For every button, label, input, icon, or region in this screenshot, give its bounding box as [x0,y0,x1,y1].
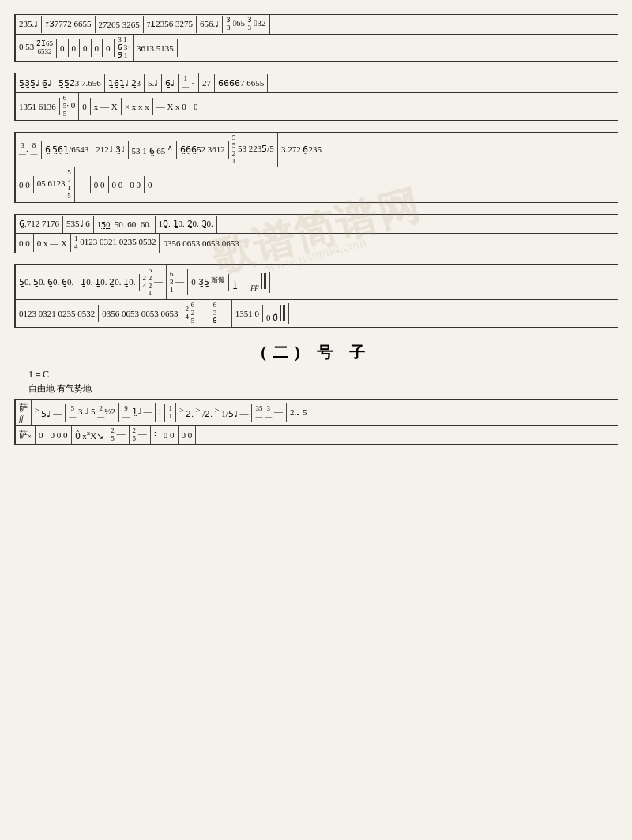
bar-l-1-4: 0 [80,39,92,57]
section-6-lower: 萨ₓ 0 0 0 0 0̂ xxX↘ 25 — 25 — [16,425,618,445]
bar-l-6-7: 0 0 [160,426,179,444]
bar-l-1-1: 0 53 2̈1̈656532 [16,39,57,58]
bar-l-5-1: 0123 0321 0235 0532 [16,305,99,322]
bar-6-6: > 2̇. > /2̇. > 1/5̱♩ — [176,404,253,422]
bar-2-8: 6̈6̈6̈6̈7 6655 [215,74,268,92]
bar-l-3-6: 0 0 [126,176,145,193]
bar-l-3-4: 0 0 [91,176,109,193]
bar-6-3: 9— 1̤♩ — [119,403,156,422]
bar-1-3: 27265 3265 [96,16,144,33]
bar-2-7: 27 [199,74,215,92]
bar-6-4: ∶ [156,404,165,422]
section-3-lower: 0 0 05 6123 5215 — 0 0 0 0 0 0 [16,167,618,203]
bar-1-1: 235.♩ [16,16,42,33]
section-2: 5̱3̱5̱♩ 6̱♩ 5̱5̱2̄3 7.656 1̱6̱1̱♩ 2̱3 5.… [14,73,618,120]
bar-l-3-7: 0 [145,176,156,193]
bar-l-3-5: 0 0 [109,176,127,193]
bar-2-3: 1̱6̱1̱♩ 2̱3 [105,74,145,92]
bar-l-6-8: 0 0 [179,426,197,444]
bar-l-3-3: — [75,176,91,193]
section-1-lower: 0 53 2̈1̈656532 0 0 0 0 0 [16,34,618,62]
bar-2-6: 1—.♩ [179,73,199,92]
section-1-upper: 235.♩ 73̱7772 6655 27265 3265 71̱2356 32… [16,14,618,34]
bar-3-1: 6̤.5̤6̤1̤/6543 [42,141,93,159]
bar-l-1-3: 0 [69,39,81,57]
bar-1-5: 656.♩ [197,16,223,33]
section-4-lower: 0 0 0 x — X 14 0123 0321 0235 0532 0356 … [16,233,618,253]
bar-5-1: 5̱0. 5̱0. 6̱0. 6̱0. [16,274,77,291]
section-3: 3—. 8— 6̤.5̤6̤1̤/6543 212♩ 3̤♩ 53 1 6̤ 6… [14,132,618,203]
bar-l-5-2: 0356 0653 0653 0653 [99,305,182,322]
bar-l-6-3: 0̂ xxX↘ [72,426,108,444]
bar-l-6-1: 0 [36,426,47,444]
page: 歌谱简谱网 www.jianpu4.com 235.♩ 73̱7772 6655… [0,0,632,464]
bar-l-5-4: 636̤ — [209,300,232,327]
bar-6-7: 35— 3— — [252,403,287,422]
bar-l-3-1: 0 0 [16,176,34,193]
section-6: 萨 ff > 5̱♩ — 5— 3.♩ 5 2—½2 9— [14,399,618,445]
bar-5-5: 0 3̱5̱ 渐慢 [188,274,229,291]
section-5-lower: 0123 0321 0235 0532 0356 0653 0653 0653 … [16,299,618,328]
bar-l-2-7: 0 [190,98,202,115]
bar-l-6-5: 25 — [130,426,151,444]
bar-1-6: 3̄3 ͯ65 3̄3 ͯ32 [223,15,269,34]
bar-l-4-3: 14 0123 0321 0235 0532 [71,234,160,253]
bar-l-2-1: 1351 6136 [16,98,60,115]
bar-l-1-8: 3613 5135 [134,39,178,57]
bar-l-6-6: ∶ [151,426,160,444]
bar-l-1-7: 3 1 6̈ 3 9̈ 1 · [115,35,134,62]
bar-6-8: 2.♩ 5 [287,404,311,422]
section-4: 6̤.712 7176 535♩ 6 15̱0. 50. 60. 60. 10̱… [14,214,618,253]
bar-l-2-3: 0 [79,98,91,115]
bar-l-6-label: 萨ₓ [16,426,36,444]
bar-4-4: 10̱. 1̱0. 2̱0. 3̱0. [156,216,217,233]
bar-2-2: 5̱5̱2̄3 7.656 [55,74,105,92]
bar-l-2-2: 655· 0 [60,93,80,120]
bar-l-5-6: 0 0̂ [263,303,289,324]
bar-l-3-2: 05 6123 5215 [34,167,75,202]
section-title: (二) 号 子 [14,342,618,363]
bar-4-2: 535♩ 6 [63,216,94,233]
bar-2-1: 5̱3̱5̱♩ 6̱♩ [16,74,55,92]
bar-l-1-6: 0 [103,39,115,57]
bar-5-2: 1̱0. 1̱0. 2̱0. 1̱0. [77,274,139,291]
bar-2-4: 5.♩ [145,74,162,92]
section-1: 235.♩ 73̱7772 6655 27265 3265 71̱2356 32… [14,14,618,62]
section-2-lower: 1351 6136 655· 0 0 x — X × x x x — X x 0 [16,92,618,121]
bar-1-2: 73̱7772 6655 [42,16,95,33]
bar-l-5-5: 1351 0 [232,305,263,322]
bar-l-1-2: 0 [57,39,69,57]
bar-l-2-6: — X x 0 [153,98,190,115]
bar-5-4: 631 — [167,269,188,296]
bar-l-1-5: 0 [92,39,103,57]
section-4-upper: 6̤.712 7176 535♩ 6 15̱0. 50. 60. 60. 10̱… [16,214,618,233]
bar-6-5: 11 [165,403,176,422]
bar-l-4-4: 0356 0653 0653 0653 [160,234,243,252]
bar-4-1: 6̤.712 7176 [16,216,63,233]
key-info: 1＝C [28,368,618,381]
bar-l-4-1: 0 0 [16,234,34,252]
tempo-info: 自由地 有气势地 [28,383,618,395]
bar-6-2: 5— 3.♩ 5 2—½2 [66,403,119,422]
bar-l-2-4: x — X [91,98,122,115]
bar-l-4-2: 0 x — X [34,234,71,252]
bar-5-3: 24 5221 — [140,265,167,300]
bar-l-6-4: 25 — [107,426,129,444]
bar-l-5-3: 24 625 — [182,300,210,327]
section-5: 5̱0. 5̱0. 6̱0. 6̱0. 1̱0. 1̱0. 2̱0. 1̱0. … [14,264,618,328]
bar-6-label: 萨 ff [16,400,32,425]
bar-1-4: 71̱2356 3275 [144,16,197,33]
section-6-upper: 萨 ff > 5̱♩ — 5— 3.♩ 5 2—½2 9— [16,399,618,425]
bar-4-3: 15̱0. 50. 60. 60. [94,216,156,233]
bar-5-6: 1̇ — pp [229,272,269,293]
bar-3-4: 6̤6̤6̤52 3612 [177,141,229,159]
section-5-upper: 5̱0. 5̱0. 6̱0. 6̱0. 1̱0. 1̱0. 2̱0. 1̱0. … [16,264,618,300]
bar-3-2: 212♩ 3̤♩ [92,141,128,159]
bar-2-5: 6̱♩ [162,74,179,92]
bar-3-0: 3—. 8— [16,141,42,159]
bar-3-6: 3.272 6̤235 [278,141,325,159]
bar-6-1: > 5̱♩ — [32,404,66,422]
note-group: 235.♩ [18,19,39,29]
bar-l-2-5: × x x x [122,98,153,115]
bar-3-5: 5521 53 2235̄/5 [229,133,278,167]
